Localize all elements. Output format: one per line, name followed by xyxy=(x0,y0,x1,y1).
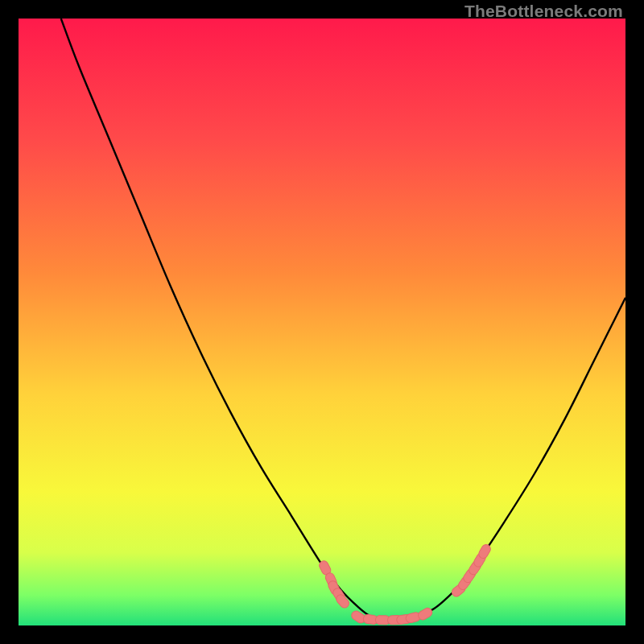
gradient-background xyxy=(19,19,625,625)
chart-plot-area xyxy=(19,19,625,625)
outer-frame: TheBottleneck.com xyxy=(0,0,644,644)
chart-svg xyxy=(19,19,625,625)
